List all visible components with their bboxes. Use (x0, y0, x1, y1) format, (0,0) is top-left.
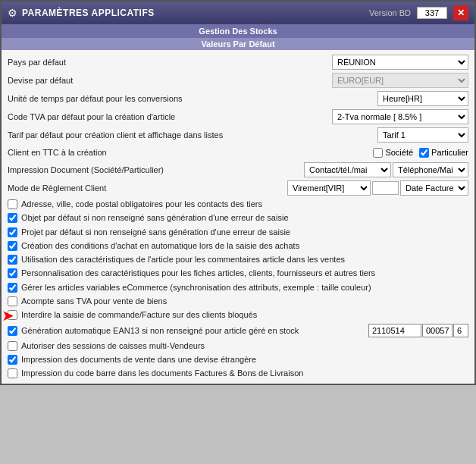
impression-vente-label: Impression des documents de vente dans u… (21, 354, 256, 365)
adresse-label: Adresse, ville, code postal obligatoires… (21, 199, 262, 209)
impression-barre-row: Impression du code barre dans les docume… (8, 366, 468, 380)
version-value: 337 (417, 7, 447, 19)
pays-select[interactable]: RÉUNION (332, 55, 468, 70)
devise-row: Devise par défaut EURO[EUR] (8, 71, 468, 89)
tva-label: Code TVA par défaut pour la création d'a… (8, 112, 175, 121)
particulier-label: Particulier (431, 148, 468, 157)
tva-select[interactable]: 2-Tva normale [ 8.5% ] (332, 109, 468, 124)
ean-val1[interactable] (368, 324, 421, 337)
generation-row: Génération automatique EAN13 si non rens… (8, 322, 468, 339)
version-label: Version BD (369, 8, 411, 17)
personnalisation-checkbox[interactable] (8, 268, 17, 278)
generation-checkbox[interactable] (8, 326, 17, 336)
utilisation-checkbox[interactable] (8, 255, 17, 265)
client-ttc-row: Client en TTC à la création Société Part… (8, 144, 468, 161)
arrow-indicator: ➤ (2, 306, 14, 324)
date-select[interactable]: Date Facture (400, 180, 468, 196)
section-header: Gestion Des Stocks (2, 24, 474, 38)
unite-row: Unité de temps par défaut pour les conve… (8, 89, 468, 108)
tarif-select[interactable]: Tarif 1 (377, 127, 468, 143)
adresse-row: Adresse, ville, code postal obligatoires… (8, 197, 468, 211)
autoriser-label: Autoriser des sessions de caisses multi-… (21, 340, 205, 351)
reglement-input[interactable] (372, 181, 399, 195)
acompte-checkbox[interactable] (8, 296, 17, 306)
objet-label: Objet par défaut si non renseigné sans g… (21, 212, 289, 223)
devise-label: Devise par défaut (8, 76, 73, 85)
personnalisation-label: Personnalisation des caractéristiques po… (21, 268, 375, 278)
societe-label: Société (385, 148, 413, 157)
reglement-select[interactable]: Virement[VIR] (287, 180, 371, 196)
window-title: PARAMÈTRES APPLICATIFS (22, 8, 155, 18)
close-button[interactable]: ✕ (453, 5, 468, 20)
impression-row: Impression Document (Société/Particulier… (8, 161, 468, 179)
impression-barre-checkbox[interactable] (8, 368, 17, 378)
gerer-label: Gérer les articles variables eCommerce (… (21, 282, 371, 293)
gerer-row: Gérer les articles variables eCommerce (… (8, 281, 468, 294)
acompte-label: Acompte sans TVA pour vente de biens (21, 296, 167, 306)
objet-checkbox[interactable] (8, 213, 17, 223)
creation-row: Création des conditions d'achat en autom… (8, 239, 468, 252)
tva-row: Code TVA par défaut pour la création d'a… (8, 108, 468, 126)
projet-row: Projet par défaut si non renseigné sans … (8, 225, 468, 239)
creation-label: Création des conditions d'achat en autom… (21, 240, 299, 251)
objet-row: Objet par défaut si non renseigné sans g… (8, 211, 468, 224)
adresse-checkbox[interactable] (8, 199, 17, 209)
utilisation-row: Utilisation des caractéristiques de l'ar… (8, 252, 468, 266)
impression-vente-checkbox[interactable] (8, 355, 17, 365)
impression-barre-label: Impression du code barre dans les docume… (21, 368, 303, 378)
autoriser-checkbox[interactable] (8, 341, 17, 351)
particulier-checkbox[interactable] (419, 148, 429, 158)
impression-label: Impression Document (Société/Particulier… (8, 165, 164, 174)
gerer-checkbox[interactable] (8, 283, 17, 293)
unite-select[interactable]: Heure[HR] (377, 91, 468, 106)
reglement-row: Mode de Règlement Client Virement[VIR] D… (8, 179, 468, 197)
sub-section-header: Valeurs Par Défaut (2, 38, 474, 50)
creation-checkbox[interactable] (8, 241, 17, 251)
projet-label: Projet par défaut si non renseigné sans … (21, 227, 290, 237)
impression-select1[interactable]: Contact/tél./mai (304, 162, 391, 177)
gear-icon: ⚙ (8, 7, 17, 19)
reglement-label: Mode de Règlement Client (8, 183, 106, 193)
devise-select[interactable]: EURO[EUR] (332, 73, 468, 88)
pays-row: Pays par défaut RÉUNION (8, 53, 468, 71)
pays-label: Pays par défaut (8, 58, 66, 67)
checkboxes-container: Adresse, ville, code postal obligatoires… (8, 197, 468, 381)
unite-label: Unité de temps par défaut pour les conve… (8, 94, 183, 103)
impression-select2[interactable]: Téléphone/Mai (393, 162, 468, 177)
acompte-row: Acompte sans TVA pour vente de biens (8, 294, 468, 308)
societe-checkbox[interactable] (373, 148, 383, 158)
tarif-label: Tarif par défaut pour création client et… (8, 130, 223, 140)
personnalisation-row: Personnalisation des caractéristiques po… (8, 266, 468, 280)
client-ttc-label: Client en TTC à la création (8, 148, 107, 157)
ean-val3[interactable] (453, 324, 468, 337)
tarif-row: Tarif par défaut pour création client et… (8, 126, 468, 144)
ean-val2[interactable] (422, 324, 453, 337)
impression-vente-row: Impression des documents de vente dans u… (8, 353, 468, 366)
interdire-label: Interdire la saisie de commande/Facture … (21, 309, 257, 320)
projet-checkbox[interactable] (8, 227, 17, 237)
utilisation-label: Utilisation des caractéristiques de l'ar… (21, 254, 345, 265)
autoriser-row: Autoriser des sessions de caisses multi-… (8, 339, 468, 353)
generation-label: Génération automatique EAN13 si non rens… (21, 325, 299, 336)
